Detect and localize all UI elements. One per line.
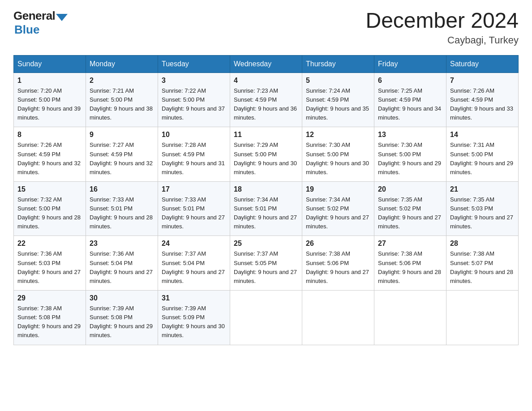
calendar-cell: 29 Sunrise: 7:38 AMSunset: 5:08 PMDaylig… [14,291,86,345]
day-info: Sunrise: 7:39 AMSunset: 5:09 PMDaylight:… [162,304,226,340]
calendar-cell: 11 Sunrise: 7:29 AMSunset: 5:00 PMDaylig… [230,127,302,182]
day-info: Sunrise: 7:35 AMSunset: 5:02 PMDaylight:… [378,195,442,231]
calendar-header-row: SundayMondayTuesdayWednesdayThursdayFrid… [14,55,519,73]
day-info: Sunrise: 7:34 AMSunset: 5:01 PMDaylight:… [234,195,298,231]
calendar-cell [374,291,446,345]
calendar-cell: 21 Sunrise: 7:35 AMSunset: 5:03 PMDaylig… [446,181,519,236]
day-info: Sunrise: 7:28 AMSunset: 4:59 PMDaylight:… [162,141,226,177]
calendar-week-row: 29 Sunrise: 7:38 AMSunset: 5:08 PMDaylig… [14,291,519,345]
calendar-cell: 17 Sunrise: 7:33 AMSunset: 5:01 PMDaylig… [158,181,230,236]
day-info: Sunrise: 7:25 AMSunset: 4:59 PMDaylight:… [378,86,442,123]
calendar-cell: 16 Sunrise: 7:33 AMSunset: 5:01 PMDaylig… [86,181,158,236]
calendar-cell: 22 Sunrise: 7:36 AMSunset: 5:03 PMDaylig… [14,236,86,291]
day-info: Sunrise: 7:33 AMSunset: 5:01 PMDaylight:… [90,195,154,231]
day-number: 30 [90,294,154,302]
calendar-cell: 27 Sunrise: 7:38 AMSunset: 5:06 PMDaylig… [374,236,446,291]
calendar-cell: 30 Sunrise: 7:39 AMSunset: 5:08 PMDaylig… [86,291,158,345]
calendar-cell: 24 Sunrise: 7:37 AMSunset: 5:04 PMDaylig… [158,236,230,291]
calendar-cell: 6 Sunrise: 7:25 AMSunset: 4:59 PMDayligh… [374,73,446,127]
calendar-week-row: 22 Sunrise: 7:36 AMSunset: 5:03 PMDaylig… [14,236,519,291]
calendar-cell: 19 Sunrise: 7:34 AMSunset: 5:02 PMDaylig… [302,181,374,236]
calendar-cell [446,291,519,345]
day-info: Sunrise: 7:30 AMSunset: 5:00 PMDaylight:… [306,141,370,177]
day-header-saturday: Saturday [446,55,519,73]
calendar-cell: 13 Sunrise: 7:30 AMSunset: 5:00 PMDaylig… [374,127,446,182]
day-number: 12 [306,131,370,139]
calendar-cell: 31 Sunrise: 7:39 AMSunset: 5:09 PMDaylig… [158,291,230,345]
day-info: Sunrise: 7:37 AMSunset: 5:04 PMDaylight:… [162,249,226,286]
calendar-cell: 14 Sunrise: 7:31 AMSunset: 5:00 PMDaylig… [446,127,519,182]
day-info: Sunrise: 7:26 AMSunset: 4:59 PMDaylight:… [17,141,82,177]
day-number: 29 [17,294,82,302]
calendar-cell: 26 Sunrise: 7:38 AMSunset: 5:06 PMDaylig… [302,236,374,291]
location: Caybagi, Turkey [365,34,519,46]
day-info: Sunrise: 7:38 AMSunset: 5:07 PMDaylight:… [450,249,515,286]
day-info: Sunrise: 7:33 AMSunset: 5:01 PMDaylight:… [162,195,226,231]
calendar-cell: 23 Sunrise: 7:36 AMSunset: 5:04 PMDaylig… [86,236,158,291]
day-number: 23 [90,240,154,248]
day-info: Sunrise: 7:22 AMSunset: 5:00 PMDaylight:… [162,86,226,123]
calendar-cell: 12 Sunrise: 7:30 AMSunset: 5:00 PMDaylig… [302,127,374,182]
calendar-week-row: 1 Sunrise: 7:20 AMSunset: 5:00 PMDayligh… [14,73,519,127]
day-number: 2 [90,77,154,85]
calendar-cell: 8 Sunrise: 7:26 AMSunset: 4:59 PMDayligh… [14,127,86,182]
calendar-cell: 25 Sunrise: 7:37 AMSunset: 5:05 PMDaylig… [230,236,302,291]
day-number: 10 [162,131,226,139]
day-number: 3 [162,77,226,85]
day-number: 31 [162,294,226,302]
month-title: December 2024 [365,9,519,33]
day-info: Sunrise: 7:36 AMSunset: 5:04 PMDaylight:… [90,249,154,286]
day-number: 17 [162,185,226,193]
day-info: Sunrise: 7:21 AMSunset: 5:00 PMDaylight:… [90,86,154,123]
day-info: Sunrise: 7:34 AMSunset: 5:02 PMDaylight:… [306,195,370,231]
day-number: 27 [378,240,442,248]
day-header-thursday: Thursday [302,55,374,73]
day-header-sunday: Sunday [14,55,86,73]
day-info: Sunrise: 7:31 AMSunset: 5:00 PMDaylight:… [450,141,515,177]
calendar-cell: 3 Sunrise: 7:22 AMSunset: 5:00 PMDayligh… [158,73,230,127]
day-number: 1 [17,77,82,85]
day-number: 9 [90,131,154,139]
day-info: Sunrise: 7:32 AMSunset: 5:00 PMDaylight:… [17,195,82,231]
day-header-monday: Monday [86,55,158,73]
calendar-cell: 9 Sunrise: 7:27 AMSunset: 4:59 PMDayligh… [86,127,158,182]
logo-blue-text: Blue [14,23,39,37]
calendar-cell: 28 Sunrise: 7:38 AMSunset: 5:07 PMDaylig… [446,236,519,291]
day-number: 13 [378,131,442,139]
calendar-cell: 20 Sunrise: 7:35 AMSunset: 5:02 PMDaylig… [374,181,446,236]
calendar-cell [302,291,374,345]
day-info: Sunrise: 7:27 AMSunset: 4:59 PMDaylight:… [90,141,154,177]
calendar-cell: 2 Sunrise: 7:21 AMSunset: 5:00 PMDayligh… [86,73,158,127]
calendar-cell: 18 Sunrise: 7:34 AMSunset: 5:01 PMDaylig… [230,181,302,236]
logo: General Blue [13,9,68,37]
day-info: Sunrise: 7:39 AMSunset: 5:08 PMDaylight:… [90,304,154,340]
day-number: 15 [17,185,82,193]
calendar-cell [230,291,302,345]
calendar-cell: 10 Sunrise: 7:28 AMSunset: 4:59 PMDaylig… [158,127,230,182]
day-number: 18 [234,185,298,193]
day-number: 21 [450,185,515,193]
calendar-cell: 1 Sunrise: 7:20 AMSunset: 5:00 PMDayligh… [14,73,86,127]
day-info: Sunrise: 7:30 AMSunset: 5:00 PMDaylight:… [378,141,442,177]
day-number: 22 [17,240,82,248]
day-info: Sunrise: 7:23 AMSunset: 4:59 PMDaylight:… [234,86,298,123]
page-header: General Blue December 2024 Caybagi, Turk… [13,9,519,46]
title-block: December 2024 Caybagi, Turkey [365,9,519,46]
day-info: Sunrise: 7:37 AMSunset: 5:05 PMDaylight:… [234,249,298,286]
calendar-cell: 5 Sunrise: 7:24 AMSunset: 4:59 PMDayligh… [302,73,374,127]
day-header-tuesday: Tuesday [158,55,230,73]
day-number: 16 [90,185,154,193]
logo-arrow-icon [56,14,68,21]
day-info: Sunrise: 7:35 AMSunset: 5:03 PMDaylight:… [450,195,515,231]
day-number: 24 [162,240,226,248]
calendar-table: SundayMondayTuesdayWednesdayThursdayFrid… [13,55,519,345]
day-number: 25 [234,240,298,248]
day-number: 28 [450,240,515,248]
day-number: 5 [306,77,370,85]
calendar-cell: 4 Sunrise: 7:23 AMSunset: 4:59 PMDayligh… [230,73,302,127]
day-header-wednesday: Wednesday [230,55,302,73]
day-info: Sunrise: 7:24 AMSunset: 4:59 PMDaylight:… [306,86,370,123]
day-info: Sunrise: 7:26 AMSunset: 4:59 PMDaylight:… [450,86,515,123]
logo-general-text: General [13,9,55,23]
day-info: Sunrise: 7:36 AMSunset: 5:03 PMDaylight:… [17,249,82,286]
